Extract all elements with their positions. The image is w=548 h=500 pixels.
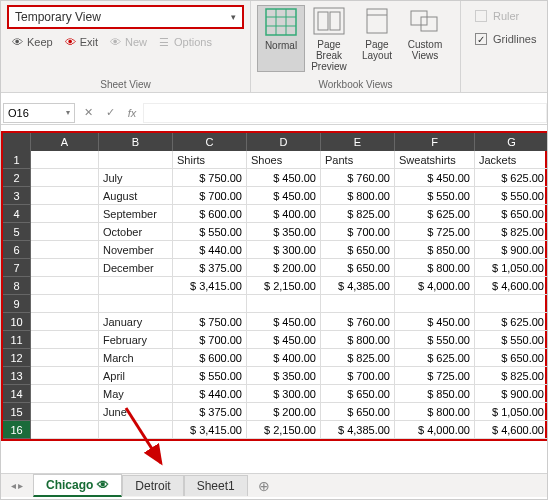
cell-G7[interactable]: $ 1,050.00 [475, 259, 548, 277]
cell-F6[interactable]: $ 850.00 [395, 241, 475, 259]
cell-D5[interactable]: $ 350.00 [247, 223, 321, 241]
col-header-F[interactable]: F [395, 133, 475, 151]
row-header-4[interactable]: 4 [3, 205, 31, 223]
sheet-view-dropdown[interactable]: Temporary View ▾ [7, 5, 244, 29]
cell-D6[interactable]: $ 300.00 [247, 241, 321, 259]
cell-G15[interactable]: $ 1,050.00 [475, 403, 548, 421]
cell-G1[interactable]: Jackets [475, 151, 548, 169]
cell-C16[interactable]: $ 3,415.00 [173, 421, 247, 439]
row-header-13[interactable]: 13 [3, 367, 31, 385]
name-box[interactable]: O16 ▾ [3, 103, 75, 123]
custom-views-button[interactable]: Custom Views [401, 5, 449, 72]
cell-C4[interactable]: $ 600.00 [173, 205, 247, 223]
cell-A4[interactable] [31, 205, 99, 223]
col-header-B[interactable]: B [99, 133, 173, 151]
cell-A5[interactable] [31, 223, 99, 241]
cell-D4[interactable]: $ 400.00 [247, 205, 321, 223]
cell-F11[interactable]: $ 550.00 [395, 331, 475, 349]
cell-C7[interactable]: $ 375.00 [173, 259, 247, 277]
cell-C1[interactable]: Shirts [173, 151, 247, 169]
select-all-corner[interactable] [3, 133, 31, 151]
cell-E1[interactable]: Pants [321, 151, 395, 169]
cell-E2[interactable]: $ 760.00 [321, 169, 395, 187]
cell-B10[interactable]: January [99, 313, 173, 331]
cell-C6[interactable]: $ 440.00 [173, 241, 247, 259]
cell-E12[interactable]: $ 825.00 [321, 349, 395, 367]
row-header-10[interactable]: 10 [3, 313, 31, 331]
cell-B4[interactable]: September [99, 205, 173, 223]
cell-F7[interactable]: $ 800.00 [395, 259, 475, 277]
row-header-6[interactable]: 6 [3, 241, 31, 259]
cell-D12[interactable]: $ 400.00 [247, 349, 321, 367]
cell-F2[interactable]: $ 450.00 [395, 169, 475, 187]
cell-D14[interactable]: $ 300.00 [247, 385, 321, 403]
cell-B2[interactable]: July [99, 169, 173, 187]
cell-G5[interactable]: $ 825.00 [475, 223, 548, 241]
cell-B13[interactable]: April [99, 367, 173, 385]
cell-F15[interactable]: $ 800.00 [395, 403, 475, 421]
cell-D16[interactable]: $ 2,150.00 [247, 421, 321, 439]
cell-G12[interactable]: $ 650.00 [475, 349, 548, 367]
cell-B12[interactable]: March [99, 349, 173, 367]
cell-G3[interactable]: $ 550.00 [475, 187, 548, 205]
cell-C12[interactable]: $ 600.00 [173, 349, 247, 367]
cell-A13[interactable] [31, 367, 99, 385]
tab-sheet1[interactable]: Sheet1 [184, 475, 248, 496]
row-header-16[interactable]: 16 [3, 421, 31, 439]
fx-button[interactable]: fx [121, 107, 143, 119]
cell-E9[interactable] [321, 295, 395, 313]
cell-A10[interactable] [31, 313, 99, 331]
cell-C9[interactable] [173, 295, 247, 313]
keep-button[interactable]: 👁 Keep [7, 33, 58, 51]
cell-F3[interactable]: $ 550.00 [395, 187, 475, 205]
cell-A1[interactable] [31, 151, 99, 169]
cell-E14[interactable]: $ 650.00 [321, 385, 395, 403]
cell-D3[interactable]: $ 450.00 [247, 187, 321, 205]
cell-A3[interactable] [31, 187, 99, 205]
cell-G2[interactable]: $ 625.00 [475, 169, 548, 187]
cell-G6[interactable]: $ 900.00 [475, 241, 548, 259]
page-layout-button[interactable]: Page Layout [353, 5, 401, 72]
formula-input[interactable] [143, 103, 547, 123]
cell-F10[interactable]: $ 450.00 [395, 313, 475, 331]
row-header-5[interactable]: 5 [3, 223, 31, 241]
cell-F8[interactable]: $ 4,000.00 [395, 277, 475, 295]
cell-B3[interactable]: August [99, 187, 173, 205]
cell-E10[interactable]: $ 760.00 [321, 313, 395, 331]
cell-C13[interactable]: $ 550.00 [173, 367, 247, 385]
tab-detroit[interactable]: Detroit [122, 475, 183, 496]
row-header-1[interactable]: 1 [3, 151, 31, 169]
cell-D1[interactable]: Shoes [247, 151, 321, 169]
cell-A7[interactable] [31, 259, 99, 277]
cell-A15[interactable] [31, 403, 99, 421]
tab-chicago[interactable]: Chicago 👁 [33, 474, 122, 497]
cell-D11[interactable]: $ 450.00 [247, 331, 321, 349]
cell-E5[interactable]: $ 700.00 [321, 223, 395, 241]
cell-D13[interactable]: $ 350.00 [247, 367, 321, 385]
row-header-9[interactable]: 9 [3, 295, 31, 313]
row-header-11[interactable]: 11 [3, 331, 31, 349]
cell-E6[interactable]: $ 650.00 [321, 241, 395, 259]
row-header-2[interactable]: 2 [3, 169, 31, 187]
cell-A2[interactable] [31, 169, 99, 187]
cell-C11[interactable]: $ 700.00 [173, 331, 247, 349]
cell-G16[interactable]: $ 4,600.00 [475, 421, 548, 439]
col-header-C[interactable]: C [173, 133, 247, 151]
cell-F9[interactable] [395, 295, 475, 313]
cell-E11[interactable]: $ 800.00 [321, 331, 395, 349]
cell-D2[interactable]: $ 450.00 [247, 169, 321, 187]
cell-E3[interactable]: $ 800.00 [321, 187, 395, 205]
cell-C3[interactable]: $ 700.00 [173, 187, 247, 205]
cell-D9[interactable] [247, 295, 321, 313]
cell-B5[interactable]: October [99, 223, 173, 241]
cell-C15[interactable]: $ 375.00 [173, 403, 247, 421]
row-header-7[interactable]: 7 [3, 259, 31, 277]
cell-F4[interactable]: $ 625.00 [395, 205, 475, 223]
cell-F12[interactable]: $ 625.00 [395, 349, 475, 367]
cell-B1[interactable] [99, 151, 173, 169]
cell-E13[interactable]: $ 700.00 [321, 367, 395, 385]
cell-A11[interactable] [31, 331, 99, 349]
cell-B7[interactable]: December [99, 259, 173, 277]
cell-B11[interactable]: February [99, 331, 173, 349]
cell-A6[interactable] [31, 241, 99, 259]
